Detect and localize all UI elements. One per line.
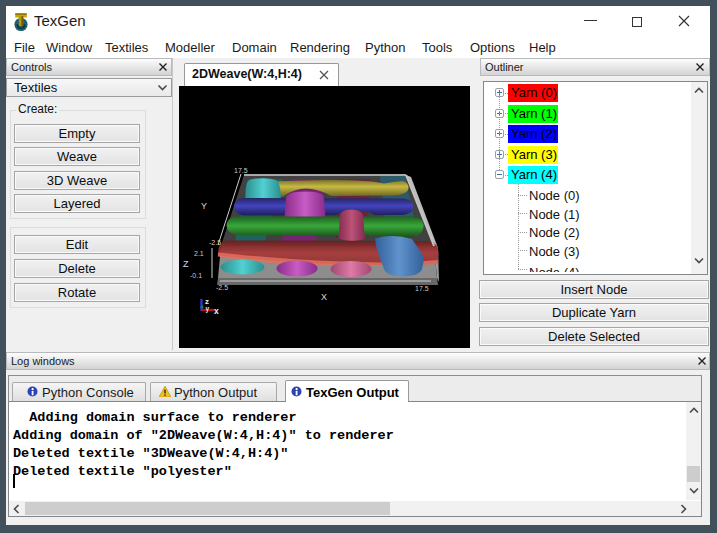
svg-text:-2.5: -2.5	[216, 284, 228, 291]
svg-text:2.1: 2.1	[194, 250, 204, 257]
svg-text:-0.1: -0.1	[190, 272, 202, 279]
svg-text:y: y	[206, 305, 210, 313]
svg-text:Z: Z	[183, 259, 189, 269]
svg-text:-2.5: -2.5	[209, 239, 221, 246]
svg-text:X: X	[321, 292, 327, 302]
svg-text:Y: Y	[201, 201, 207, 211]
svg-text:17.5: 17.5	[234, 167, 248, 174]
svg-text:17.5: 17.5	[415, 285, 429, 292]
svg-text:x: x	[214, 306, 219, 316]
